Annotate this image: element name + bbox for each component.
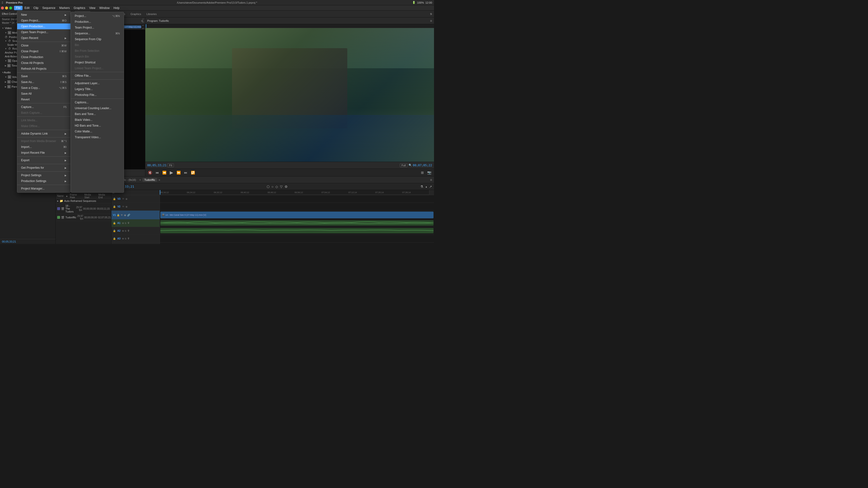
submenu-adjustment[interactable]: Adjustment Layer... <box>71 80 124 86</box>
menu-item-import[interactable]: Import... ⌘I <box>17 144 70 150</box>
menu-item-get-properties[interactable]: Get Properties for ▶ <box>17 165 70 171</box>
menu-item-save-as[interactable]: Save As... ⇧⌘S <box>17 79 70 85</box>
new-sequence-label: Sequence... <box>75 32 90 35</box>
submenu-black-video[interactable]: Black Video... <box>71 117 124 123</box>
menu-item-close-all[interactable]: Close All Projects <box>17 60 70 66</box>
menu-item-close-production[interactable]: Close Production <box>17 54 70 60</box>
submenu-counting-leader[interactable]: Universal Counting Leader... <box>71 105 124 111</box>
submenu-captions[interactable]: Captions... <box>71 99 124 105</box>
close-label: Close <box>21 44 29 47</box>
new-seq-from-clip-label: Sequence From Clip <box>75 37 101 41</box>
menu-item-make-offline[interactable]: Make Offline... <box>17 123 70 129</box>
sep-3 <box>17 103 70 103</box>
menu-item-link-media[interactable]: Link Media... <box>17 118 70 123</box>
submenu-search-bin[interactable]: Search Bin <box>71 54 124 60</box>
project-manager-label: Project Manager... <box>21 187 44 190</box>
submenu-project-shortcut[interactable]: Project Shortcut <box>71 60 124 65</box>
menu-item-batch-capture[interactable]: Batch Capture... <box>17 110 70 116</box>
legacy-title-label: Legacy Title... <box>75 87 93 91</box>
menu-item-refresh-all[interactable]: Refresh All Projects <box>17 66 70 72</box>
bars-tone-label: Bars and Tone... <box>75 112 96 116</box>
menu-item-save-all[interactable]: Save All <box>17 91 70 97</box>
transparent-video-label: Transparent Video... <box>75 135 101 139</box>
menu-item-capture[interactable]: Capture... F5 <box>17 104 70 110</box>
submenu-bars-tone[interactable]: Bars and Tone... <box>71 111 124 117</box>
menu-item-export[interactable]: Export ▶ <box>17 157 70 163</box>
sep-10 <box>17 185 70 185</box>
submenu-hd-bars[interactable]: HD Bars and Tone... <box>71 123 124 129</box>
submenu-legacy-title[interactable]: Legacy Title... <box>71 86 124 92</box>
link-media-label: Link Media... <box>21 119 37 122</box>
open-production-label: Open Production... <box>21 25 45 28</box>
refresh-all-label: Refresh All Projects <box>21 67 46 70</box>
menu-item-import-media-browser[interactable]: Import from Media Browser ⌘⌃I <box>17 138 70 144</box>
save-label: Save <box>21 74 28 78</box>
adobe-dl-label: Adobe Dynamic Link <box>21 132 48 135</box>
menu-item-open-recent[interactable]: Open Recent ▶ <box>17 35 70 41</box>
menu-container: New ▶ Open Project... ⌘O Open Production… <box>17 11 124 193</box>
menu-item-import-recent[interactable]: Import Recent File ▶ <box>17 150 70 156</box>
new-submenu: Project... ⌥⌘N Production... Team Projec… <box>71 12 124 193</box>
menu-item-save[interactable]: Save ⌘S <box>17 73 70 79</box>
save-as-shortcut: ⇧⌘S <box>60 80 66 84</box>
submenu-offline-file[interactable]: Offline File... <box>71 73 124 79</box>
submenu-team-project[interactable]: Team Project... <box>71 25 124 31</box>
menu-item-project-manager[interactable]: Project Manager... <box>17 186 70 192</box>
open-team-label: Open Team Project... <box>21 31 49 34</box>
menu-item-new[interactable]: New ▶ <box>17 12 70 18</box>
batch-capture-label: Batch Capture... <box>21 111 42 115</box>
captions-label: Captions... <box>75 101 89 104</box>
menu-item-open-team[interactable]: Open Team Project... <box>17 29 70 35</box>
sep-9 <box>17 171 70 172</box>
menu-item-close-project[interactable]: Close Project ⇧⌘W <box>17 48 70 54</box>
new-search-bin-label: Search Bin <box>75 55 89 58</box>
revert-label: Revert <box>21 98 30 101</box>
import-label: Import... <box>21 145 32 149</box>
project-settings-arrow-icon: ▶ <box>65 174 67 177</box>
menu-item-save-copy[interactable]: Save a Copy... ⌥⌘S <box>17 85 70 91</box>
export-label: Export <box>21 159 30 162</box>
new-bin-label: Bin <box>75 43 79 47</box>
submenu-bin-from-sel[interactable]: Bin From Selection <box>71 48 124 54</box>
new-arrow-icon: ▶ <box>65 13 67 16</box>
submenu-bin[interactable]: Bin <box>71 42 124 48</box>
black-video-label: Black Video... <box>75 118 93 122</box>
hd-bars-label: HD Bars and Tone... <box>75 124 101 127</box>
import-recent-label: Import Recent File <box>21 151 45 155</box>
import-recent-arrow-icon: ▶ <box>65 152 67 154</box>
offline-file-label: Offline File... <box>75 74 91 77</box>
open-recent-arrow-icon: ▶ <box>65 37 67 39</box>
import-shortcut: ⌘I <box>63 145 67 149</box>
close-production-label: Close Production <box>21 56 43 59</box>
submenu-color-matte[interactable]: Color Matte... <box>71 129 124 134</box>
save-shortcut: ⌘S <box>62 75 66 78</box>
close-all-label: Close All Projects <box>21 61 43 65</box>
close-shortcut: ⌘W <box>61 44 66 47</box>
new-project-label: Project... <box>75 14 86 18</box>
submenu-project[interactable]: Project... ⌥⌘N <box>71 13 124 19</box>
menu-item-adobe-dl[interactable]: Adobe Dynamic Link ▶ <box>17 131 70 136</box>
sep-2 <box>17 72 70 73</box>
project-settings-label: Project Settings <box>21 173 41 177</box>
submenu-seq-from-clip[interactable]: Sequence From Clip <box>71 36 124 42</box>
sub-sep-1 <box>71 72 124 72</box>
submenu-production[interactable]: Production... <box>71 19 124 25</box>
color-matte-label: Color Matte... <box>75 130 92 133</box>
menu-item-open-project[interactable]: Open Project... ⌘O <box>17 18 70 24</box>
production-settings-arrow-icon: ▶ <box>65 180 67 183</box>
menu-item-production-settings[interactable]: Production Settings ▶ <box>17 178 70 184</box>
linked-team-label: Linked Team Project... <box>75 67 104 70</box>
menu-item-open-production[interactable]: Open Production... <box>17 24 70 29</box>
adobe-dl-arrow-icon: ▶ <box>65 132 67 135</box>
import-media-shortcut: ⌘⌃I <box>61 140 67 143</box>
submenu-sequence[interactable]: Sequence... ⌘N <box>71 31 124 36</box>
submenu-transparent-video[interactable]: Transparent Video... <box>71 134 124 140</box>
open-project-shortcut: ⌘O <box>62 19 67 22</box>
project-shortcut-label: Project Shortcut <box>75 61 95 64</box>
submenu-photoshop[interactable]: Photoshop File... <box>71 92 124 98</box>
menu-item-revert[interactable]: Revert <box>17 97 70 102</box>
new-bin-from-sel-label: Bin From Selection <box>75 49 99 53</box>
submenu-linked-team[interactable]: Linked Team Project... <box>71 65 124 71</box>
menu-item-close[interactable]: Close ⌘W <box>17 42 70 48</box>
menu-item-project-settings[interactable]: Project Settings ▶ <box>17 172 70 178</box>
